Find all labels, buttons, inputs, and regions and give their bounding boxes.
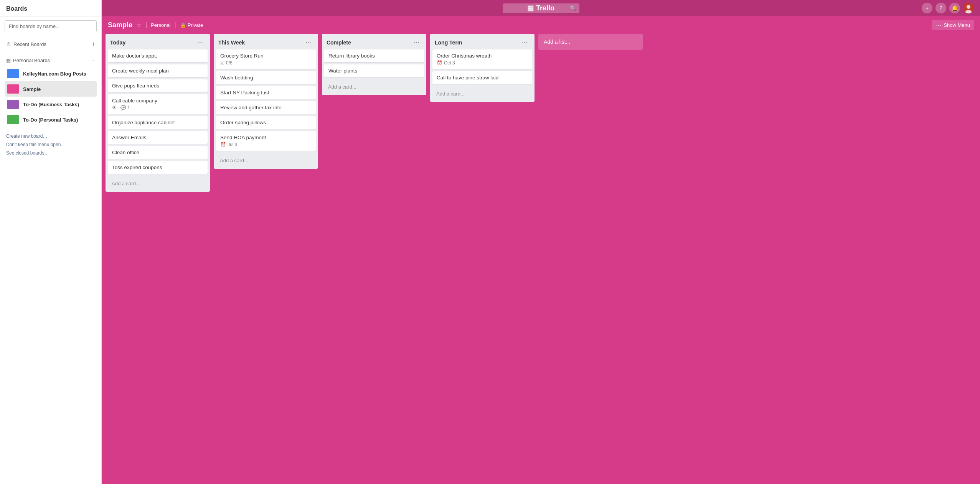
show-menu-button[interactable]: ··· Show Menu [932, 20, 974, 30]
card-c11[interactable]: Start NY Packing List [216, 86, 316, 99]
list-title-complete: Complete [327, 40, 351, 46]
list-header-this-week: This Week··· [214, 34, 318, 49]
sidebar-link-dont-keep[interactable]: Don't keep this menu open. [6, 142, 95, 147]
sidebar-board-item-blog[interactable]: KelleyNan.com Blog Posts [5, 66, 97, 81]
card-text: Toss expired coupons [112, 165, 203, 170]
add-card-button-today[interactable]: Add a card... [108, 178, 208, 189]
card-c17[interactable]: Order Christmas wreath⏰Oct 3 [432, 49, 532, 69]
sidebar: Boards ⏱ Recent Boards + ▦ Personal Boar… [0, 0, 102, 484]
card-c10[interactable]: Wash bedding [216, 71, 316, 84]
avatar[interactable] [963, 3, 974, 13]
personal-boards-collapse-icon[interactable]: − [92, 57, 95, 64]
checklist-icon: ☑ [220, 60, 224, 66]
list-menu-button-complete[interactable]: ··· [411, 38, 422, 47]
board-search-input[interactable] [5, 20, 97, 32]
card-c16[interactable]: Water plants [324, 64, 424, 77]
personal-boards-header[interactable]: ▦ Personal Boards − [5, 54, 97, 66]
card-c12[interactable]: Review and gather tax info [216, 101, 316, 114]
board-privacy-label: Private [188, 22, 203, 28]
clock-icon: ⏱ [6, 41, 11, 47]
card-text: Order Christmas wreath [437, 53, 528, 59]
card-c5[interactable]: Organize appliance cabinet [108, 116, 208, 129]
list-menu-button-today[interactable]: ··· [195, 38, 205, 47]
main-content: 🔍 ▦ Trello + ? 🔔 Sample ☆ | Personal [102, 0, 980, 484]
topbar-search-input[interactable] [503, 3, 579, 13]
board-workspace-label[interactable]: Personal [151, 22, 170, 28]
show-menu-label: Show Menu [944, 22, 970, 28]
card-text: Give pups flea meds [112, 83, 203, 89]
card-text: Grocery Store Run [220, 53, 312, 59]
card-c4[interactable]: Call cable company👁 💬 1 [108, 94, 208, 114]
board-item-label: To-Do (Business Tasks) [23, 102, 79, 107]
board-header-divider: | [145, 21, 147, 28]
board-header-divider2: | [175, 21, 176, 28]
add-list-button[interactable]: Add a list... [538, 34, 643, 50]
svg-point-1 [967, 5, 970, 9]
list-this-week: This Week···Grocery Store Run☑0/8Wash be… [214, 34, 318, 169]
card-text: Wash bedding [220, 75, 312, 81]
card-c7[interactable]: Clean office [108, 146, 208, 159]
card-c9[interactable]: Grocery Store Run☑0/8 [216, 49, 316, 69]
list-cards-complete: Return library booksWater plants [322, 49, 426, 79]
sidebar-board-item-sample[interactable]: Sample [5, 81, 97, 97]
date-label: Jul 3 [228, 142, 237, 147]
sidebar-board-item-personal[interactable]: To-Do (Personal Tasks) [5, 112, 97, 127]
card-text: Organize appliance cabinet [112, 120, 203, 125]
list-cards-this-week: Grocery Store Run☑0/8Wash beddingStart N… [214, 49, 318, 153]
board-item-label: Sample [23, 86, 41, 92]
topbar-right: + ? 🔔 [922, 3, 974, 13]
board-star-icon[interactable]: ☆ [136, 21, 142, 29]
checklist-count: 0/8 [226, 60, 233, 66]
card-text: Return library books [328, 53, 420, 59]
card-text: Make doctor's appt. [112, 53, 203, 59]
card-c6[interactable]: Answer Emails [108, 131, 208, 144]
card-c8[interactable]: Toss expired coupons [108, 161, 208, 174]
sidebar-board-item-biz[interactable]: To-Do (Business Tasks) [5, 97, 97, 112]
card-date: ⏰Jul 3 [220, 142, 312, 147]
clock-icon: ⏰ [437, 60, 442, 66]
sidebar-link-see-closed[interactable]: See closed boards… [6, 150, 95, 156]
card-c2[interactable]: Create weekly meal plan [108, 64, 208, 77]
card-c1[interactable]: Make doctor's appt. [108, 49, 208, 62]
board-privacy[interactable]: 🔒 Private [180, 22, 203, 28]
add-card-button-long-term[interactable]: Add a card... [432, 88, 532, 100]
board-header: Sample ☆ | Personal | 🔒 Private ··· Show… [102, 16, 980, 34]
add-button[interactable]: + [922, 3, 932, 13]
recent-boards-header[interactable]: ⏱ Recent Boards + [5, 38, 97, 50]
card-text: Order spring pillows [220, 120, 312, 125]
list-header-today: Today··· [106, 34, 210, 49]
add-card-button-complete[interactable]: Add a card... [324, 81, 424, 93]
card-text: Answer Emails [112, 135, 203, 140]
topbar-search-area: 🔍 [503, 3, 579, 13]
card-c15[interactable]: Return library books [324, 49, 424, 62]
add-card-button-this-week[interactable]: Add a card... [216, 155, 316, 166]
clock-icon: ⏰ [220, 142, 226, 147]
recent-boards-add-icon[interactable]: + [92, 41, 95, 48]
board-title-area: Sample ☆ | Personal | 🔒 Private [108, 21, 203, 29]
list-title-long-term: Long Term [435, 40, 462, 46]
sidebar-link-create-new[interactable]: Create new board… [6, 133, 95, 139]
date-label: Oct 3 [444, 60, 455, 66]
card-c3[interactable]: Give pups flea meds [108, 79, 208, 92]
recent-boards-label: Recent Boards [13, 41, 46, 47]
card-c13[interactable]: Order spring pillows [216, 116, 316, 129]
list-header-complete: Complete··· [322, 34, 426, 49]
grid-icon: ▦ [6, 58, 11, 63]
board-list: KelleyNan.com Blog PostsSampleTo-Do (Bus… [5, 66, 97, 127]
board-search-box [5, 20, 97, 32]
card-text: Send HOA payment [220, 135, 312, 140]
list-menu-button-long-term[interactable]: ··· [520, 38, 530, 47]
help-button[interactable]: ? [935, 3, 946, 13]
lists-area: Today···Make doctor's appt.Create weekly… [102, 34, 980, 484]
board-color-swatch [7, 84, 19, 94]
list-long-term: Long Term···Order Christmas wreath⏰Oct 3… [430, 34, 535, 102]
list-today: Today···Make doctor's appt.Create weekly… [106, 34, 210, 192]
card-meta: 👁 💬 1 [112, 105, 203, 110]
card-meta-item-comment: 💬 1 [120, 105, 130, 110]
list-title-this-week: This Week [218, 40, 245, 46]
card-c18[interactable]: Call to have pine straw laid [432, 71, 532, 84]
card-text: Clean office [112, 150, 203, 155]
notify-button[interactable]: 🔔 [949, 3, 960, 13]
list-menu-button-this-week[interactable]: ··· [303, 38, 313, 47]
card-c14[interactable]: Send HOA payment⏰Jul 3 [216, 131, 316, 151]
